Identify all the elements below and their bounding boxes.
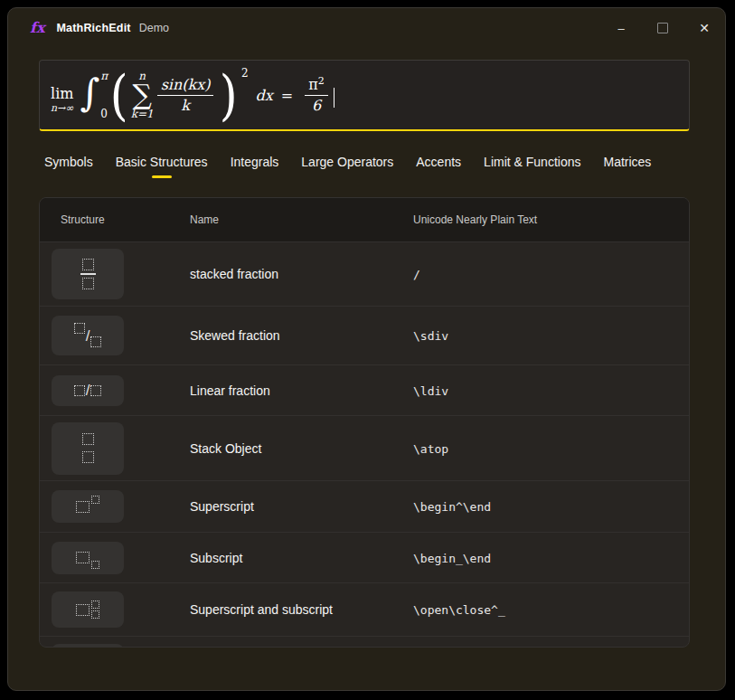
- tab-accents[interactable]: Accents: [416, 155, 461, 178]
- app-subtitle: Demo: [139, 22, 169, 34]
- linear-fraction-icon: /: [74, 383, 102, 398]
- structure-button-subscript[interactable]: [52, 542, 124, 574]
- maximize-button[interactable]: [642, 8, 683, 48]
- minimize-icon: –: [617, 22, 624, 35]
- stacked-fraction-icon: [80, 259, 96, 289]
- app-window: fx MathRichEdit Demo – ✕ lim n→∞ ∫ π 0 (: [7, 7, 726, 691]
- titlebar: fx MathRichEdit Demo – ✕: [8, 8, 725, 48]
- tab-integrals[interactable]: Integrals: [231, 155, 279, 178]
- active-tab-underline: [523, 175, 542, 178]
- fraction-sin: sin(kx) k: [157, 77, 214, 113]
- table-row: [40, 636, 689, 648]
- structure-code: \ldiv: [413, 384, 448, 398]
- structure-code: \begin^\end: [413, 500, 491, 514]
- tab-label: Matrices: [603, 155, 651, 169]
- tab-symbols[interactable]: Symbols: [44, 155, 93, 178]
- table-row: stacked fraction/: [40, 241, 689, 306]
- active-tab-underline: [59, 175, 79, 178]
- structure-name: stacked fraction: [190, 267, 278, 281]
- maximize-icon: [657, 23, 668, 33]
- tab-label: Basic Structures: [116, 155, 208, 169]
- close-paren: ): [220, 73, 238, 117]
- column-header-unicode: Unicode Nearly Plain Text: [413, 213, 689, 226]
- structure-button-stack-object[interactable]: [52, 422, 124, 475]
- summation-block: n ∑ k=1: [131, 71, 154, 120]
- close-icon: ✕: [699, 21, 710, 35]
- tab-bar: SymbolsBasic StructuresIntegralsLarge Op…: [44, 155, 725, 178]
- table-row: /Linear fraction\ldiv: [40, 364, 689, 415]
- open-paren: (: [110, 73, 128, 117]
- superscript-subscript-icon: [76, 601, 99, 619]
- table-row: Superscript\begin^\end: [40, 480, 689, 532]
- tab-label: Accents: [416, 155, 461, 169]
- structure-button-linear-fraction[interactable]: /: [52, 375, 124, 406]
- exponent: 2: [241, 67, 249, 80]
- table-row: Stack Object\atop: [40, 415, 689, 480]
- window-controls: – ✕: [600, 8, 725, 48]
- stack-object-icon: [82, 433, 94, 463]
- table-row: Subscript\begin_\end: [40, 532, 689, 582]
- tab-label: Symbols: [44, 155, 93, 169]
- table-body: stacked fraction//Skewed fraction\sdiv/L…: [40, 241, 689, 648]
- structure-button-superscript[interactable]: [52, 490, 124, 523]
- formula-input[interactable]: lim n→∞ ∫ π 0 ( n ∑ k=1 sin(kx) k ) 2: [39, 60, 690, 131]
- fraction-pi-squared: π2 6: [305, 77, 328, 113]
- superscript-icon: [76, 501, 99, 513]
- tab-limit-functions[interactable]: Limit & Functions: [484, 155, 580, 178]
- structure-name: Stack Object: [190, 441, 261, 456]
- subscript-icon: [76, 552, 99, 563]
- structure-code: \atop: [413, 442, 448, 456]
- table-header: Structure Name Unicode Nearly Plain Text: [40, 198, 689, 241]
- structure-name: Superscript: [190, 499, 254, 514]
- structure-code: \open\close^_: [413, 603, 505, 617]
- column-header-name: Name: [190, 213, 413, 226]
- skewed-fraction-icon: /: [74, 328, 102, 344]
- structures-table: Structure Name Unicode Nearly Plain Text…: [39, 197, 690, 648]
- structure-name: Linear fraction: [190, 383, 270, 398]
- structure-button-superscript-subscript[interactable]: [52, 591, 124, 628]
- integral-block: ∫ π 0: [80, 71, 108, 118]
- text-cursor: [334, 88, 335, 108]
- app-title: MathRichEdit: [56, 22, 130, 34]
- sigma-sign: ∑: [132, 82, 151, 109]
- active-tab-underline: [244, 175, 264, 178]
- app-logo-fx-icon: fx: [30, 21, 44, 35]
- active-tab-underline: [152, 175, 172, 178]
- close-button[interactable]: ✕: [683, 8, 725, 48]
- table-row: /Skewed fraction\sdiv: [40, 306, 689, 364]
- structure-button-stacked-fraction[interactable]: [52, 249, 124, 299]
- structure-button-partial-structure[interactable]: [52, 644, 124, 648]
- minimize-button[interactable]: –: [600, 8, 642, 48]
- structure-button-skewed-fraction[interactable]: /: [52, 316, 124, 355]
- tab-label: Large Operators: [301, 155, 393, 169]
- dx-term: dx: [256, 87, 273, 104]
- active-tab-underline: [337, 175, 357, 178]
- tab-label: Limit & Functions: [484, 155, 580, 169]
- table-row: Superscript and subscript\open\close^_: [40, 582, 689, 636]
- column-header-structure: Structure: [40, 213, 190, 226]
- tab-large-operators[interactable]: Large Operators: [301, 155, 393, 178]
- structure-code: \begin_\end: [413, 552, 491, 565]
- structure-name: Skewed fraction: [190, 328, 280, 343]
- tab-label: Integrals: [231, 155, 279, 169]
- tab-matrices[interactable]: Matrices: [603, 155, 651, 178]
- tab-basic-structures[interactable]: Basic Structures: [116, 155, 208, 178]
- equals-sign: =: [281, 87, 293, 104]
- structure-name: Superscript and subscript: [190, 602, 333, 617]
- structure-name: Subscript: [190, 551, 242, 565]
- structure-code: \sdiv: [413, 329, 448, 343]
- integral-sign: ∫: [80, 77, 99, 109]
- active-tab-underline: [429, 175, 448, 178]
- math-formula: lim n→∞ ∫ π 0 ( n ∑ k=1 sin(kx) k ) 2: [51, 71, 335, 120]
- structure-code: /: [413, 268, 420, 281]
- limit-block: lim n→∞: [51, 87, 73, 113]
- active-tab-underline: [617, 175, 637, 178]
